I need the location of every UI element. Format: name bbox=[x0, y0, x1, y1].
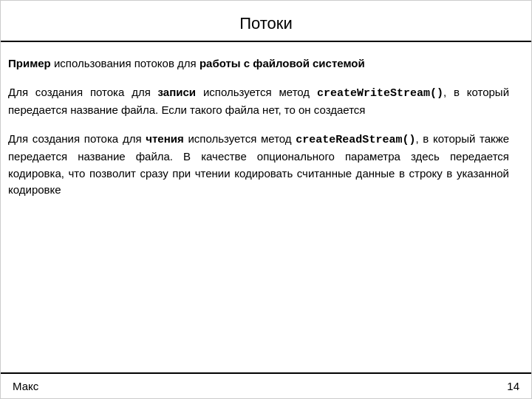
p2-part3: используется метод bbox=[196, 86, 317, 98]
paragraph-3: Для создания потока для чтения используе… bbox=[8, 131, 509, 199]
p2-part2: записи bbox=[158, 86, 196, 98]
p1-part3: работы с файловой системой bbox=[200, 57, 365, 69]
p3-part4: createReadStream() bbox=[296, 134, 415, 146]
p3-part2: чтения bbox=[146, 132, 183, 145]
p1-part2: использования потоков для bbox=[51, 57, 200, 69]
slide-title: Потоки bbox=[16, 14, 516, 33]
p3-part3: используется метод bbox=[184, 132, 296, 145]
paragraph-2: Для создания потока для записи используе… bbox=[8, 84, 509, 119]
paragraph-1: Пример использования потоков для работы … bbox=[8, 55, 509, 72]
p1-part1: Пример bbox=[8, 57, 51, 69]
p2-part4: createWriteStream() bbox=[317, 87, 443, 100]
slide-footer: Макс 14 bbox=[1, 372, 531, 398]
p2-part1: Для создания потока для bbox=[8, 86, 158, 98]
p3-part1: Для создания потока для bbox=[8, 132, 146, 145]
slide-title-area: Потоки bbox=[1, 1, 531, 42]
footer-page-number: 14 bbox=[507, 380, 519, 392]
slide-container: Потоки Пример использования потоков для … bbox=[0, 0, 532, 399]
slide-content: Пример использования потоков для работы … bbox=[1, 42, 531, 372]
footer-author: Макс bbox=[13, 380, 38, 392]
